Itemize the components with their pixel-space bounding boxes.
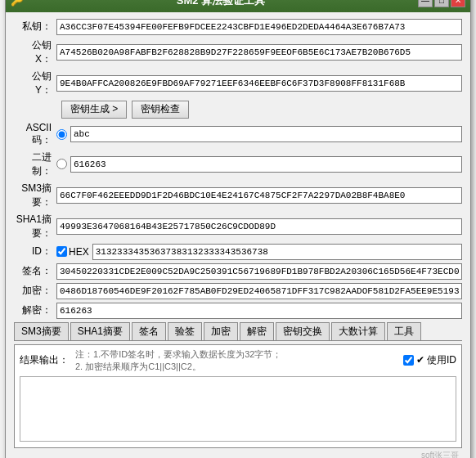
id-hex-label: HEX [69,246,89,258]
binary-label: 二进制： [14,150,56,178]
encrypt-row: 加密： [14,283,462,299]
result-note: 注：1.不带ID签名时，要求输入数据长度为32字节； 2. 加密结果顺序为C1|… [75,348,403,373]
sign-input[interactable] [56,263,462,280]
main-window: 🔑 SM2 算法验证工具 — □ ✕ 私钥： 公钥 X： 公钥 Y： 密钥生成 … [5,0,471,458]
sha1-input[interactable] [56,218,462,235]
tab-sign[interactable]: 签名 [132,322,166,340]
ascii-radio[interactable] [56,129,67,140]
ascii-input[interactable] [70,126,462,142]
result-header: 结果输出： 注：1.不带ID签名时，要求输入数据长度为32字节； 2. 加密结果… [20,348,456,373]
id-hex-checkbox[interactable] [56,246,67,257]
window-title: SM2 算法验证工具 [24,0,418,8]
decrypt-row: 解密： [14,303,462,319]
private-key-input[interactable] [56,19,462,35]
tab-encrypt[interactable]: 加密 [204,322,238,340]
public-key-x-label: 公钥 X： [14,38,56,66]
tab-bar: SM3摘要 SHA1摘要 签名 验签 加密 解密 密钥交换 大数计算 工具 [14,322,462,341]
watermark: soft张三哥 [14,448,462,459]
ascii-label: ASCII码： [14,122,56,147]
keygen-button[interactable]: 密钥生成 > [61,101,127,119]
private-key-row: 私钥： [14,19,462,35]
use-id-label: ✔ 使用ID [416,353,456,367]
private-key-label: 私钥： [14,20,56,34]
watermark-text: soft张三哥 [421,451,459,459]
titlebar: 🔑 SM2 算法验证工具 — □ ✕ [6,0,470,12]
tab-tools[interactable]: 工具 [387,322,421,340]
public-key-y-input[interactable] [56,75,462,92]
keycheck-button[interactable]: 密钥检查 [132,101,189,119]
public-key-x-row: 公钥 X： [14,38,462,66]
binary-row: 二进制： [14,150,462,178]
result-label: 结果输出： [20,353,69,367]
minimize-button[interactable]: — [418,0,433,7]
sm3-row: SM3摘要： [14,182,462,209]
ascii-row: ASCII码： [14,122,462,147]
binary-input[interactable] [70,156,462,173]
public-key-y-label: 公钥 Y： [14,70,56,97]
app-icon: 🔑 [11,0,24,7]
decrypt-input[interactable] [56,303,462,319]
content-area: 私钥： 公钥 X： 公钥 Y： 密钥生成 > 密钥检查 ASCII码： [6,12,470,459]
public-key-y-row: 公钥 Y： [14,70,462,97]
binary-radio-group [56,159,67,169]
tab-bigcalc[interactable]: 大数计算 [331,322,385,340]
result-section: 结果输出： 注：1.不带ID签名时，要求输入数据长度为32字节； 2. 加密结果… [14,344,462,448]
encrypt-input[interactable] [56,283,462,299]
tab-keyexchange[interactable]: 密钥交换 [276,322,330,340]
sign-row: 签名： [14,263,462,280]
window-controls: — □ ✕ [418,0,465,7]
decrypt-label: 解密： [14,303,56,317]
ascii-radio-group [56,129,67,140]
result-note2: 2. 加密结果顺序为C1||C3||C2。 [75,361,201,371]
sha1-label: SHA1摘要： [14,213,56,240]
tab-sm3[interactable]: SM3摘要 [14,322,69,340]
sm3-input[interactable] [56,187,462,204]
encrypt-label: 加密： [14,284,56,298]
id-row: ID： HEX [14,244,462,260]
result-note1: 注：1.不带ID签名时，要求输入数据长度为32字节； [75,349,281,359]
sha1-row: SHA1摘要： [14,213,462,240]
sm3-label: SM3摘要： [14,182,56,209]
tab-decrypt[interactable]: 解密 [240,322,274,340]
id-label: ID： [14,245,56,258]
result-textarea[interactable] [20,376,456,442]
sign-label: 签名： [14,264,56,278]
use-id-checkbox[interactable] [403,355,414,366]
binary-radio[interactable] [56,159,67,169]
public-key-x-input[interactable] [56,44,462,61]
close-button[interactable]: ✕ [451,0,465,7]
id-input[interactable] [92,244,462,260]
tab-sha1[interactable]: SHA1摘要 [70,322,130,340]
tab-verify[interactable]: 验签 [168,322,202,340]
key-buttons-row: 密钥生成 > 密钥检查 [14,101,462,119]
restore-button[interactable]: □ [434,0,449,7]
